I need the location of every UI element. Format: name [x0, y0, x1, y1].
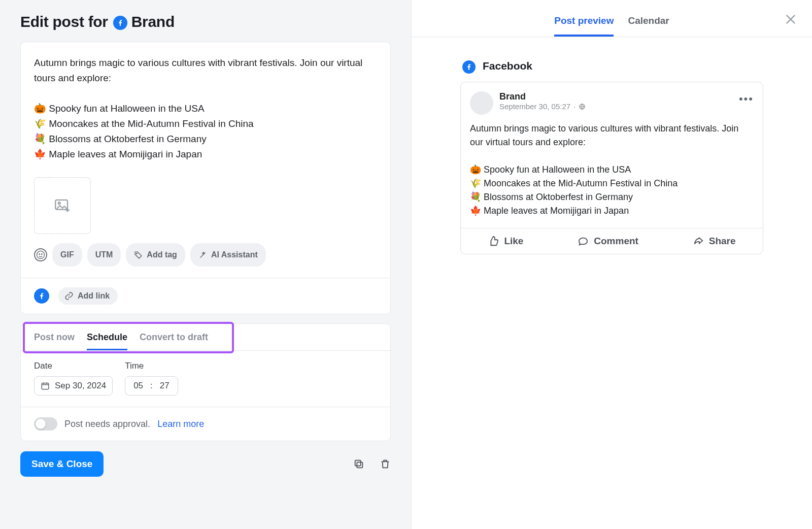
like-button[interactable]: Like — [488, 236, 523, 247]
add-media-button[interactable] — [34, 177, 91, 234]
facebook-icon — [462, 60, 476, 74]
approval-row: Post needs approval. Learn more — [21, 407, 390, 441]
tab-calendar[interactable]: Calendar — [628, 15, 669, 37]
post-body: Autumn brings magic to various cultures … — [461, 119, 763, 228]
facebook-icon — [34, 288, 49, 304]
svg-point-4 — [42, 254, 43, 255]
preview-pane: Post preview Calendar Facebook Brand Sep… — [411, 0, 812, 529]
svg-rect-8 — [355, 460, 361, 466]
network-header: Facebook — [460, 59, 763, 73]
tab-convert-to-draft[interactable]: Convert to draft — [140, 332, 208, 350]
utm-button[interactable]: UTM — [87, 243, 121, 267]
tab-schedule[interactable]: Schedule — [87, 332, 127, 350]
link-attach-row: Add link — [21, 278, 390, 314]
preview-tabs: Post preview Calendar — [412, 0, 812, 37]
post-header: Brand September 30, 05:27 · ••• — [461, 82, 763, 119]
tab-post-now[interactable]: Post now — [34, 332, 75, 350]
time-label: Time — [125, 361, 178, 371]
brand-name: Brand — [131, 13, 175, 30]
globe-icon — [579, 103, 586, 110]
post-menu-icon[interactable]: ••• — [739, 91, 754, 106]
network-name: Facebook — [483, 60, 532, 72]
gif-button[interactable]: GIF — [52, 243, 82, 267]
add-link-button[interactable]: Add link — [58, 287, 118, 305]
share-label: Share — [709, 236, 736, 247]
date-input[interactable]: Sep 30, 2024 — [34, 376, 113, 395]
approval-toggle[interactable] — [34, 417, 57, 431]
facebook-post-card: Brand September 30, 05:27 · ••• Autumn b… — [460, 82, 763, 254]
publish-options-card: Post now Schedule Convert to draft Date … — [20, 323, 391, 441]
duplicate-icon[interactable] — [353, 458, 364, 470]
add-link-label: Add link — [78, 291, 110, 301]
page-title: Edit post for Brand — [20, 13, 391, 30]
approval-learn-more-link[interactable]: Learn more — [157, 419, 204, 429]
comment-label: Comment — [594, 236, 638, 247]
composer-textarea[interactable]: Autumn brings magic to various cultures … — [21, 42, 390, 278]
time-input[interactable]: 05 : 27 — [125, 376, 178, 395]
composer-card: Autumn brings magic to various cultures … — [20, 42, 391, 314]
close-icon[interactable] — [784, 12, 799, 27]
svg-point-1 — [58, 202, 60, 204]
post-meta: September 30, 05:27 · — [499, 102, 586, 111]
time-minute[interactable]: 27 — [158, 381, 172, 391]
publish-tabs: Post now Schedule Convert to draft — [21, 324, 390, 350]
svg-point-2 — [37, 251, 45, 259]
time-field: Time 05 : 27 — [125, 361, 178, 395]
post-author: Brand — [499, 91, 586, 102]
avatar — [470, 91, 493, 115]
trash-icon[interactable] — [380, 458, 391, 470]
editor-pane: Edit post for Brand Autumn brings magic … — [0, 0, 411, 529]
ai-assistant-button[interactable]: AI Assistant — [190, 243, 266, 267]
add-tag-label: Add tag — [147, 247, 177, 262]
footer-icons — [353, 458, 391, 470]
title-prefix: Edit post for — [20, 13, 108, 30]
emoji-button[interactable] — [34, 248, 47, 261]
tab-post-preview[interactable]: Post preview — [554, 15, 614, 37]
post-timestamp: September 30, 05:27 — [499, 102, 570, 111]
facebook-icon — [113, 16, 127, 30]
svg-point-5 — [137, 253, 138, 254]
ai-assistant-label: AI Assistant — [211, 247, 258, 262]
svg-point-3 — [39, 254, 40, 255]
comment-button[interactable]: Comment — [578, 236, 638, 247]
approval-text: Post needs approval. — [64, 419, 150, 429]
like-label: Like — [504, 236, 523, 247]
save-and-close-button[interactable]: Save & Close — [20, 451, 104, 477]
add-tag-button[interactable]: Add tag — [126, 243, 185, 267]
date-value: Sep 30, 2024 — [55, 381, 106, 391]
composer-text[interactable]: Autumn brings magic to various cultures … — [34, 55, 377, 162]
preview-container: Facebook Brand September 30, 05:27 · •••… — [412, 37, 812, 254]
date-field: Date Sep 30, 2024 — [34, 361, 113, 395]
share-button[interactable]: Share — [693, 236, 736, 247]
time-hour[interactable]: 05 — [131, 381, 145, 391]
svg-rect-7 — [357, 462, 362, 468]
schedule-fields: Date Sep 30, 2024 Time 05 : 27 — [21, 350, 390, 407]
post-actions: Like Comment Share — [461, 228, 763, 254]
svg-rect-6 — [42, 383, 49, 389]
date-label: Date — [34, 361, 113, 371]
footer-actions: Save & Close — [20, 451, 391, 477]
composer-toolbar: GIF UTM Add tag AI Assistant — [34, 243, 377, 267]
